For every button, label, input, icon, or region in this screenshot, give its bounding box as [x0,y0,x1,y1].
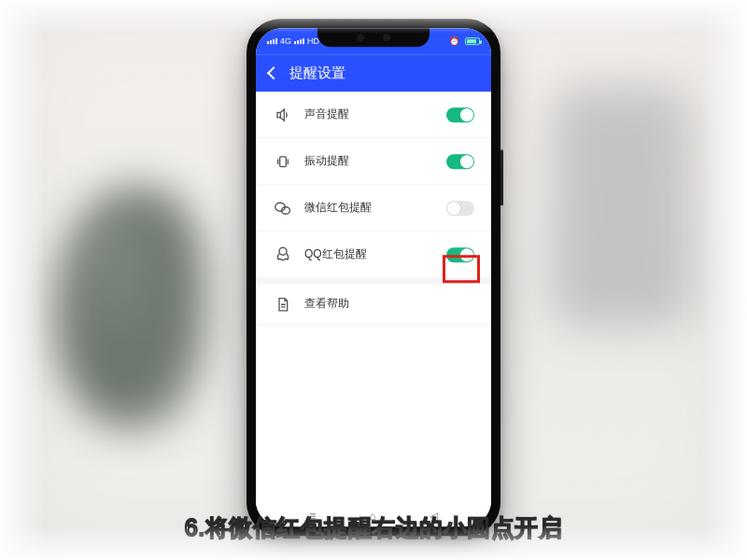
wechat-icon [273,201,293,216]
toggle-qq[interactable] [446,247,474,262]
tutorial-frame: 4G HD 10:51 ⏰ 提醒设置 [0,0,747,560]
toggle-sound[interactable] [446,107,474,122]
row-wechat[interactable]: 微信红包提醒 [256,185,491,231]
phone-notch [317,28,430,47]
back-icon[interactable] [267,66,280,79]
toggle-vibrate[interactable] [446,154,474,169]
row-label: 振动提醒 [304,153,349,169]
svg-rect-1 [280,156,287,166]
row-qq[interactable]: QQ红包提醒 [256,231,491,278]
battery-icon [465,37,480,45]
svg-rect-0 [277,112,280,117]
row-label: QQ红包提醒 [304,246,367,262]
phone-side-button [500,149,503,205]
page-title: 提醒设置 [289,64,345,82]
row-sound[interactable]: 声音提醒 [256,91,491,138]
settings-list: 声音提醒 振动提醒 微信红包提醒 [256,91,491,506]
signal-icon [267,38,277,44]
vibrate-icon [273,154,293,169]
row-label: 声音提醒 [304,106,349,122]
nav-header: 提醒设置 [256,54,491,91]
tutorial-caption: 6.将微信红包提醒右边的小圆点开启 [185,512,562,543]
row-label: 查看帮助 [304,296,349,312]
toggle-wechat[interactable] [446,201,474,216]
background-blur-left [56,187,205,429]
speaker-icon [273,107,293,122]
phone-screen: 4G HD 10:51 ⏰ 提醒设置 [256,28,491,526]
alarm-icon: ⏰ [449,36,459,46]
signal-icon-2 [294,38,304,44]
svg-point-4 [279,247,287,255]
doc-icon [273,297,293,312]
background-blur-right [551,84,691,327]
qq-icon [273,246,293,263]
row-vibrate[interactable]: 振动提醒 [256,138,491,185]
status-4g: 4G [280,36,291,46]
phone-frame: 4G HD 10:51 ⏰ 提醒设置 [247,19,500,536]
row-label: 微信红包提醒 [304,200,372,216]
row-help[interactable]: 查看帮助 [256,278,491,325]
